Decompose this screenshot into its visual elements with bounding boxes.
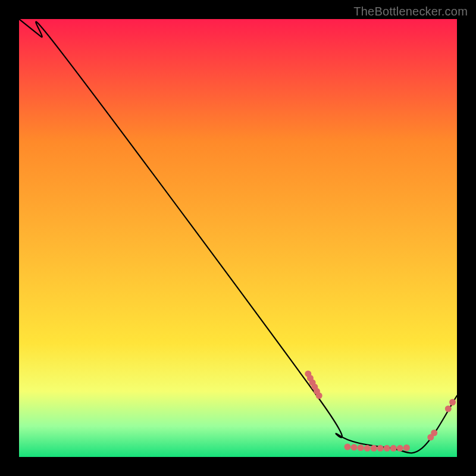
chart-plot-area: [19, 19, 457, 457]
chart-marker: [351, 444, 358, 450]
chart-marker: [384, 445, 390, 452]
chart-marker: [316, 393, 322, 399]
chart-marker: [358, 444, 364, 451]
chart-marker: [371, 445, 377, 452]
chart-marker: [449, 399, 456, 406]
chart-marker: [431, 430, 437, 436]
chart-marker: [345, 444, 351, 450]
chart-marker: [364, 445, 371, 452]
chart-marker: [403, 444, 410, 451]
watermark-text: TheBottlenecker.com: [353, 5, 468, 18]
chart-background-gradient: [19, 19, 457, 457]
chart-marker: [377, 445, 384, 452]
chart-stage: TheBottlenecker.com: [0, 0, 476, 476]
chart-marker: [445, 406, 452, 412]
chart-svg: [19, 19, 457, 457]
chart-marker: [390, 445, 397, 452]
chart-marker: [397, 445, 403, 452]
